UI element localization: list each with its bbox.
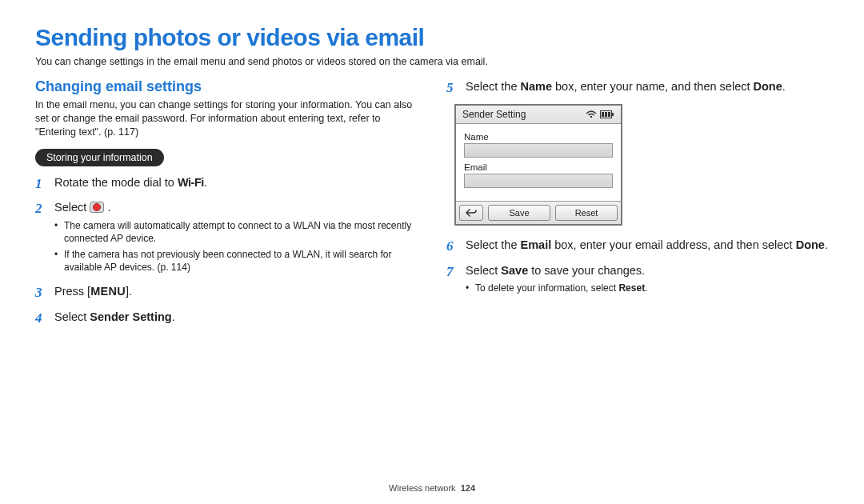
step-bullet: If the camera has not previously been co… (54, 248, 418, 274)
step-4: 4 Select Sender Setting. (35, 309, 418, 328)
step-bold: Email (521, 238, 552, 251)
footer-section: Wireless network (389, 483, 456, 493)
step-3: 3 Press [MENU]. (35, 283, 418, 302)
svg-point-0 (590, 116, 592, 118)
step-bullet: To delete your information, select Reset… (466, 282, 829, 294)
step-text: Select the (466, 80, 521, 93)
step-number: 6 (446, 237, 458, 256)
screen-title: Sender Setting (462, 109, 582, 120)
back-button[interactable] (459, 205, 483, 221)
step-number: 4 (35, 309, 46, 328)
subsection-pill: Storing your information (35, 149, 164, 166)
step-bold: Sender Setting (90, 310, 171, 323)
step-number: 1 (35, 174, 46, 194)
step-bullet-bold: Reset (618, 282, 645, 294)
svg-rect-3 (602, 112, 604, 117)
step-number: 3 (35, 283, 46, 302)
step-1: 1 Rotate the mode dial to Wi-Fi. (35, 174, 418, 194)
left-column: Changing email settings In the email men… (35, 78, 418, 334)
step-6: 6 Select the Email box, enter your email… (446, 237, 829, 256)
step-text: Select (54, 201, 90, 214)
step-text: . (825, 238, 828, 251)
step-2: 2 Select . The camera will automatically… (35, 199, 418, 277)
step-bold: Save (501, 264, 528, 277)
step-5: 5 Select the Name box, enter your name, … (446, 78, 829, 98)
step-bold: Done (796, 238, 825, 251)
step-number: 2 (35, 199, 46, 277)
svg-rect-4 (605, 112, 607, 117)
right-column: 5 Select the Name box, enter your name, … (446, 78, 829, 334)
step-7: 7 Select Save to save your changes. To d… (446, 262, 829, 298)
camera-screen: Sender Setting Name Email (454, 104, 622, 226)
reset-button[interactable]: Reset (555, 205, 618, 221)
svg-rect-2 (612, 113, 614, 116)
step-bold: Name (521, 80, 553, 93)
page-title: Sending photos or videos via email (35, 24, 829, 51)
step-bullet: The camera will automatically attempt to… (54, 219, 418, 245)
section-paragraph: In the email menu, you can change settin… (35, 98, 418, 139)
step-text: box, enter your name, and then select (552, 80, 753, 93)
step-text: Rotate the mode dial to (54, 176, 178, 189)
page-number: 124 (461, 483, 475, 493)
step-text: . (172, 310, 175, 323)
email-label: Email (464, 162, 613, 172)
step-text: to save your changes. (528, 264, 645, 277)
step-number: 7 (446, 262, 458, 298)
section-heading: Changing email settings (35, 78, 418, 95)
step-number: 5 (446, 78, 458, 98)
step-text: Select the (466, 238, 521, 251)
name-label: Name (464, 132, 613, 142)
svg-rect-5 (608, 112, 610, 117)
step-text: box, enter your email address, and then … (551, 238, 795, 251)
intro-text: You can change settings in the email men… (35, 56, 829, 67)
step-bold: Done (754, 80, 782, 93)
save-button[interactable]: Save (488, 205, 550, 221)
step-text: . (204, 176, 207, 189)
wifi-chip: Wi-Fi (178, 174, 204, 190)
battery-icon (600, 110, 614, 118)
screen-titlebar: Sender Setting (456, 106, 621, 124)
email-input[interactable] (464, 174, 613, 188)
menu-button-chip: MENU (90, 285, 126, 298)
email-app-icon (90, 202, 104, 213)
step-text: . (107, 201, 110, 214)
wifi-icon (586, 110, 597, 118)
step-text: Select (466, 264, 501, 277)
step-text: Press [ (54, 285, 90, 298)
page-footer: Wireless network 124 (0, 483, 864, 493)
step-text: . (782, 80, 786, 93)
back-arrow-icon (466, 209, 477, 217)
step-text: ]. (126, 285, 132, 298)
name-input[interactable] (464, 143, 613, 158)
step-text: Select (54, 310, 90, 323)
